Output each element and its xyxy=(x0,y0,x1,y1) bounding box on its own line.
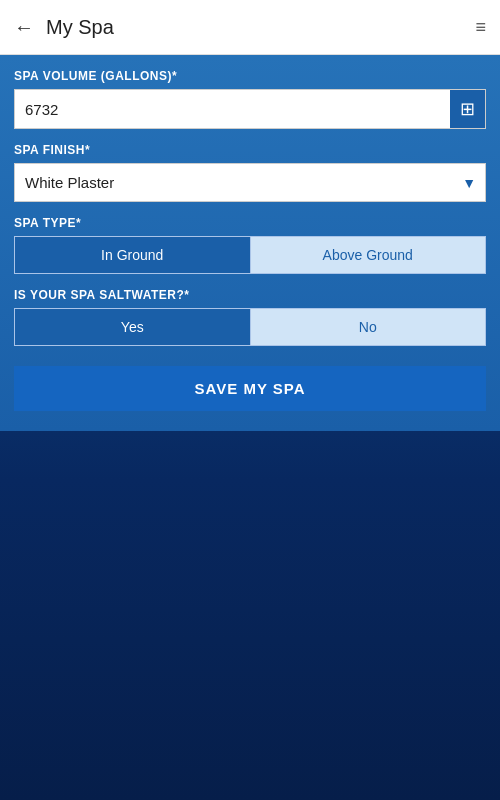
saltwater-no-button[interactable]: No xyxy=(251,309,486,345)
spa-type-group: SPA TYPE* In Ground Above Ground xyxy=(14,216,486,274)
spa-finish-group: SPA FINISH* White Plaster Colored Plaste… xyxy=(14,143,486,202)
spa-type-toggle: In Ground Above Ground xyxy=(14,236,486,274)
page-title: My Spa xyxy=(46,16,114,39)
app-header: ← My Spa ≡ xyxy=(0,0,500,55)
saltwater-yes-button[interactable]: Yes xyxy=(15,309,250,345)
back-button[interactable]: ← xyxy=(14,16,34,39)
saltwater-label: IS YOUR SPA SALTWATER?* xyxy=(14,288,486,302)
calculator-icon: ⊞ xyxy=(460,98,475,120)
form-area: SPA VOLUME (GALLONS)* ⊞ SPA FINISH* Whit… xyxy=(0,55,500,431)
menu-icon[interactable]: ≡ xyxy=(475,17,486,38)
header-left: ← My Spa xyxy=(14,16,114,39)
save-spa-button[interactable]: SAVE MY SPA xyxy=(14,366,486,411)
spa-finish-select-wrapper: White Plaster Colored Plaster Fiberglass… xyxy=(14,163,486,202)
calculator-button[interactable]: ⊞ xyxy=(450,90,485,128)
spa-type-label: SPA TYPE* xyxy=(14,216,486,230)
spa-volume-group: SPA VOLUME (GALLONS)* ⊞ xyxy=(14,69,486,129)
saltwater-toggle: Yes No xyxy=(14,308,486,346)
spa-volume-label: SPA VOLUME (GALLONS)* xyxy=(14,69,486,83)
spa-type-inground-button[interactable]: In Ground xyxy=(15,237,250,273)
spa-volume-input[interactable] xyxy=(15,91,450,128)
spa-volume-input-row: ⊞ xyxy=(14,89,486,129)
saltwater-group: IS YOUR SPA SALTWATER?* Yes No xyxy=(14,288,486,346)
spa-type-aboveground-button[interactable]: Above Ground xyxy=(251,237,486,273)
spa-finish-label: SPA FINISH* xyxy=(14,143,486,157)
spa-finish-select[interactable]: White Plaster Colored Plaster Fiberglass… xyxy=(14,163,486,202)
